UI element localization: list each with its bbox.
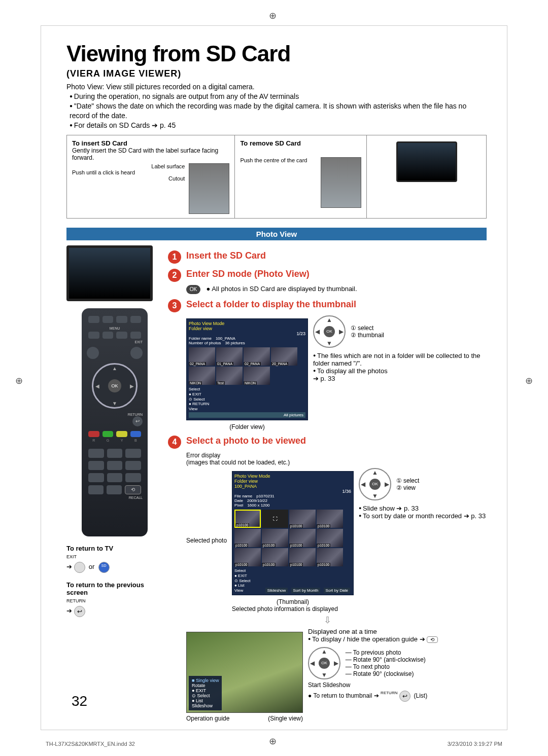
- error-display-label: Error display: [186, 452, 220, 459]
- page: Viewing from SD Card (VIERA IMAGE VIEWER…: [41, 25, 507, 730]
- footer-left: TH-L37X2S&20KMRTX_EN.indd 32: [46, 741, 135, 747]
- remote-ok-button: OK: [108, 379, 121, 392]
- tv-illustration: [396, 141, 457, 182]
- osd-folder-grid: 02_PANA 01_PANA 02_PANA 20_PANA NIKON Te…: [189, 347, 305, 385]
- single-view-illustration: ■ Single view Rotate ● EXIT ⊙ Select ● L…: [186, 632, 303, 713]
- exit-button-icon: [74, 562, 85, 573]
- step4-note: To sort by date or month recorded ➔ p. 3…: [359, 512, 487, 520]
- nav-label-select: ① select: [351, 325, 384, 332]
- folder-view-caption: (Folder view): [186, 423, 308, 430]
- recall-button-icon: ⟲: [427, 636, 438, 643]
- nav-label-select: ① select: [396, 477, 420, 484]
- return-label: RETURN: [66, 598, 86, 603]
- section-band-photo-view: Photo View: [66, 228, 487, 240]
- osd-folder-view: Photo View Mode Folder view 1/23 Folder …: [186, 318, 308, 420]
- step-title: Select a photo to be viewed: [186, 436, 306, 446]
- step4-note: Slide show ➔ p. 33: [359, 505, 487, 512]
- remote-return-label: RETURN: [87, 413, 143, 416]
- single-top-label: Displayed one at a time: [308, 628, 487, 635]
- step-1: 1 Insert the SD Card: [168, 250, 487, 264]
- return-prev-title: To return to the previous screen: [66, 581, 163, 596]
- insert-title: To insert SD Card: [72, 139, 229, 147]
- return-icon: ↩: [132, 416, 143, 426]
- intro-bullet: For details on SD Cards ➔ p. 45: [70, 121, 487, 130]
- footer-right: 3/23/2010 3:19:27 PM: [448, 741, 502, 747]
- operation-guide-caption: Operation guide: [186, 715, 229, 722]
- return-tv-title: To return to TV: [66, 545, 163, 552]
- error-display-sub: (images that could not be loaded, etc.): [186, 459, 290, 466]
- intro-line: Photo View: View still pictures recorded…: [66, 82, 487, 92]
- single-view-caption: (Single view): [268, 715, 303, 722]
- selected-photo-label: Selected photo: [186, 537, 227, 544]
- start-slideshow-label: Start Slideshow: [308, 681, 487, 689]
- nav-ring-icon: ▲▼ ◀▶ OK: [359, 468, 391, 500]
- selected-info-caption: Selected photo information is displayed: [232, 605, 354, 613]
- insert-desc: Gently insert the SD Card with the label…: [72, 147, 229, 161]
- sdcard-button-icon: SD: [98, 562, 110, 573]
- remote-round-button: [87, 347, 99, 359]
- thumbnail-view-caption: (Thumbnail): [232, 598, 354, 605]
- step-3: 3 Select a folder to display the thumbna…: [168, 299, 487, 312]
- footer-meta: TH-L37X2S&20KMRTX_EN.indd 32 3/23/2010 3…: [46, 741, 502, 747]
- nav-ring-icon: ▲▼ ◀▶ OK: [308, 647, 340, 679]
- step-number-icon: 4: [168, 436, 181, 449]
- return-tv-section: To return to TV EXIT ➔ or SD: [66, 545, 163, 573]
- remote-menu-label: MENU: [87, 327, 143, 330]
- sd-insert-remove-box: To insert SD Card Gently insert the SD C…: [66, 135, 487, 219]
- remote-yellow-button: [116, 431, 127, 437]
- cutout-label: Cutout: [72, 175, 185, 182]
- return-button-icon: ↩: [399, 691, 410, 702]
- return-thumbnail-line: ● To return to thumbnail ➔ RETURN ↩ (Lis…: [308, 691, 487, 702]
- nav-label-view: ② view: [396, 484, 420, 491]
- nav-label-thumbnail: ② thumbnail: [351, 332, 384, 339]
- step-title: Insert the SD Card: [186, 250, 266, 261]
- intro-bullet: During the operation, no signals are out…: [70, 92, 487, 101]
- step-number-icon: 1: [168, 250, 181, 264]
- page-title: Viewing from SD Card: [66, 41, 487, 66]
- step-number-icon: 3: [168, 299, 181, 312]
- step3-note: To display all the photos➔ p. 33: [313, 367, 487, 382]
- tv-illustration: [66, 245, 153, 301]
- remove-desc: Push the centre of the card: [240, 157, 317, 208]
- exit-label: EXIT: [66, 554, 77, 559]
- push-label: Push until a click is heard: [72, 169, 185, 175]
- remove-diagram: [321, 157, 361, 208]
- step-title: Enter SD mode (Photo View): [186, 269, 310, 279]
- remote-green-button: [102, 431, 114, 437]
- intro-bullet: "Date" shows the date on which the recor…: [70, 101, 487, 121]
- nav-ring-icon: ▲▼ ◀▶ OK: [313, 315, 346, 348]
- insert-diagram: [189, 163, 229, 214]
- step-number-icon: 2: [168, 269, 181, 282]
- crop-mark-icon: ⊕: [15, 375, 23, 386]
- step-2: 2 Enter SD mode (Photo View): [168, 269, 487, 282]
- remote-round-button: [130, 347, 143, 359]
- remote-nav-ring: ▲ ▼ ◀ ▶ OK: [92, 363, 138, 409]
- crop-mark-icon: ⊕: [269, 10, 277, 21]
- single-note: To display / hide the operation guide ➔ …: [308, 635, 487, 643]
- osd-photo-grid: p10100 ⛶ p10100 p10100 p10100 p10100 p10…: [234, 510, 351, 566]
- page-number: 32: [72, 693, 87, 709]
- recall-button: ⟲: [125, 485, 141, 494]
- ok-button-icon: OK: [186, 285, 200, 294]
- remote-blue-button: [130, 431, 142, 437]
- step3-note: The files which are not in a folder will…: [313, 352, 487, 367]
- remove-title: To remove SD Card: [240, 139, 361, 147]
- step2-note: All photos in SD Card are displayed by t…: [212, 285, 357, 293]
- remote-recall-label: RECALL: [87, 496, 143, 499]
- remote-exit-label: EXIT: [87, 340, 143, 344]
- return-prev-section: To return to the previous screen RETURN …: [66, 581, 163, 617]
- remote-red-button: [88, 431, 99, 437]
- osd-thumbnail-view: Photo View Mode Folder view 100_PANA 1/3…: [232, 471, 354, 595]
- return-button-icon: ↩: [74, 606, 85, 617]
- step-title: Select a folder to display the thumbnail: [186, 299, 356, 310]
- single-view-menu: ■ Single view Rotate ● EXIT ⊙ Select ● L…: [189, 676, 222, 710]
- down-arrow-icon: ⇩: [168, 615, 487, 626]
- remote-illustration: MENU EXIT ▲ ▼ ◀ ▶ OK RETURN ↩: [82, 308, 148, 536]
- page-subtitle: (VIERA IMAGE VIEWER): [66, 68, 487, 79]
- step-4: 4 Select a photo to be viewed: [168, 436, 487, 449]
- crop-mark-icon: ⊕: [525, 375, 533, 386]
- intro-block: Photo View: View still pictures recorded…: [66, 82, 487, 130]
- label-surface: Label surface: [72, 163, 185, 169]
